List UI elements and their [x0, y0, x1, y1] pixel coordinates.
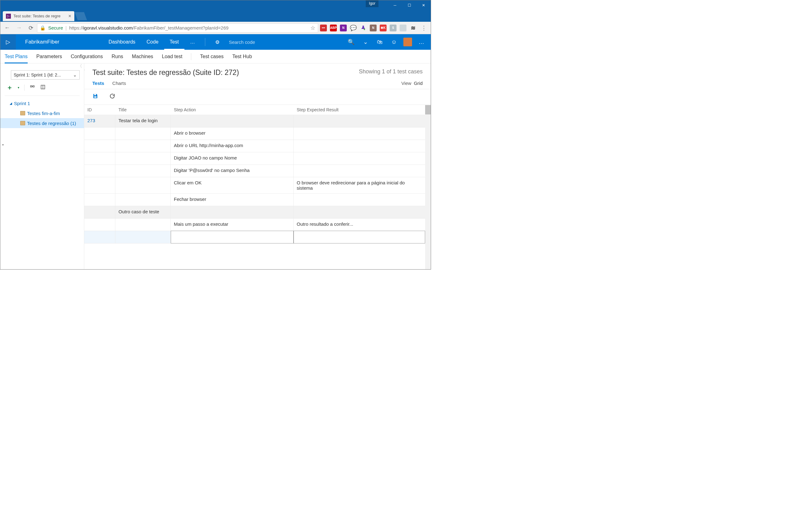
bookmark-star-icon[interactable]: ☆	[310, 25, 315, 31]
project-name[interactable]: FabrikamFiber	[16, 39, 103, 45]
pivot-tests[interactable]: Tests	[92, 80, 104, 86]
forward-button[interactable]: →	[13, 23, 25, 34]
extension-icon[interactable]: N	[340, 25, 347, 31]
cell-title[interactable]: Outro caso de teste	[115, 206, 171, 218]
marketplace-icon[interactable]: 🛍	[375, 37, 385, 47]
close-window-button[interactable]: ✕	[416, 0, 431, 10]
cell-id[interactable]	[84, 218, 115, 231]
cell-action[interactable]: Abrir o URL http://minha-app.com	[171, 140, 294, 152]
sprint-selector[interactable]: Sprint 1: Sprint 1 (Id: 2... ⌄	[11, 70, 79, 79]
minimize-button[interactable]: ─	[388, 0, 402, 10]
grid-row[interactable]	[84, 231, 425, 243]
grid-row[interactable]: Digitar JOAO no campo Nome	[84, 152, 425, 165]
browser-menu-button[interactable]: ⋮	[418, 23, 430, 34]
cell-expected[interactable]	[294, 231, 425, 243]
cell-action[interactable]	[171, 206, 294, 218]
search-box[interactable]	[225, 39, 346, 45]
cell-expected[interactable]	[294, 165, 425, 177]
hub-tab-test-plans[interactable]: Test Plans	[5, 50, 28, 63]
grid-row[interactable]: Clicar em OKO browser deve redirecionar …	[84, 177, 425, 194]
nav-dashboards[interactable]: Dashboards	[103, 34, 141, 50]
cell-id[interactable]	[84, 194, 115, 206]
chevron-down-icon[interactable]: ⌄	[361, 37, 370, 47]
hub-tab-parameters[interactable]: Parameters	[36, 50, 62, 63]
cell-id[interactable]	[84, 128, 115, 140]
cell-id[interactable]	[84, 152, 115, 165]
cell-id[interactable]	[84, 206, 115, 218]
cell-expected[interactable]	[294, 152, 425, 165]
tree-item[interactable]: Testes fim-a-fim	[0, 108, 84, 118]
cell-expected[interactable]	[294, 128, 425, 140]
nav-more[interactable]: …	[184, 34, 201, 50]
cell-action[interactable]: Digitar JOAO no campo Nome	[171, 152, 294, 165]
cell-title[interactable]	[115, 140, 171, 152]
extension-icon[interactable]: N	[370, 25, 377, 31]
grid-row[interactable]: Mais um passo a executarOutro resultado …	[84, 218, 425, 231]
extension-icon[interactable]	[360, 25, 367, 31]
search-icon[interactable]: 🔍	[346, 37, 356, 47]
cell-expected[interactable]: Outro resultado a conferir...	[294, 218, 425, 231]
cell-title[interactable]	[115, 218, 171, 231]
col-header-title[interactable]: Title	[115, 105, 171, 115]
view-value[interactable]: Grid	[414, 80, 422, 86]
extension-icon[interactable]: ✱K	[380, 25, 386, 31]
grid-row[interactable]: 273Testar tela de login	[84, 115, 425, 128]
save-all-icon[interactable]	[92, 93, 99, 101]
cell-title[interactable]	[115, 177, 171, 194]
cell-expected[interactable]	[294, 140, 425, 152]
hub-tab-machines[interactable]: Machines	[132, 50, 153, 63]
extension-icon[interactable]: •••	[320, 25, 327, 31]
cell-action[interactable]: Mais um passo a executar	[171, 218, 294, 231]
col-header-expected[interactable]: Step Expected Result	[294, 105, 425, 115]
hub-tab-test-hub[interactable]: Test Hub	[232, 50, 252, 63]
cell-id[interactable]: 273	[84, 115, 115, 127]
nav-test[interactable]: Test	[164, 34, 184, 50]
col-header-id[interactable]: ID	[84, 105, 115, 115]
grid-row[interactable]: Abrir o URL http://minha-app.com	[84, 140, 425, 152]
maximize-button[interactable]: ☐	[402, 0, 416, 10]
hub-tab-load-test[interactable]: Load test	[162, 50, 182, 63]
pivot-charts[interactable]: Charts	[112, 80, 126, 86]
cell-id[interactable]	[84, 231, 115, 243]
cell-action[interactable]: Digitar 'P@ssw0rd' no campo Senha	[171, 165, 294, 177]
settings-gear-icon[interactable]: ⚙	[210, 34, 225, 50]
cell-title[interactable]	[115, 194, 171, 206]
feedback-smile-icon[interactable]: ☺	[389, 37, 399, 47]
back-button[interactable]: ←	[2, 23, 13, 34]
open-panel-icon[interactable]	[40, 84, 46, 91]
cell-id[interactable]	[84, 140, 115, 152]
cell-expected[interactable]	[294, 194, 425, 206]
vsts-logo-icon[interactable]: ▷	[0, 34, 16, 50]
cell-title[interactable]: Testar tela de login	[115, 115, 171, 127]
tree-collapse-icon[interactable]	[30, 84, 35, 91]
tab-close-icon[interactable]: ×	[68, 13, 71, 19]
col-header-action[interactable]: Step Action	[171, 105, 294, 115]
cell-id[interactable]	[84, 165, 115, 177]
cell-action[interactable]	[171, 231, 294, 243]
new-tab-button[interactable]	[75, 12, 87, 20]
extension-icon[interactable]: 💬	[350, 25, 357, 31]
cell-action[interactable]: Clicar em OK	[171, 177, 294, 194]
collapse-sidebar-icon[interactable]: 〈	[0, 63, 84, 70]
grid-row[interactable]: Digitar 'P@ssw0rd' no campo Senha	[84, 165, 425, 177]
cell-expected[interactable]	[294, 206, 425, 218]
hub-tab-configurations[interactable]: Configurations	[71, 50, 103, 63]
extension-icon[interactable]	[400, 25, 406, 31]
cell-title[interactable]	[115, 165, 171, 177]
extension-icon[interactable]: S	[390, 25, 397, 31]
cell-id[interactable]	[84, 177, 115, 194]
reload-button[interactable]: ⟳	[25, 23, 36, 34]
cell-action[interactable]: Fechar browser	[171, 194, 294, 206]
vertical-scrollbar[interactable]	[425, 104, 431, 269]
overflow-menu-icon[interactable]: …	[416, 37, 427, 47]
cell-expected[interactable]	[294, 115, 425, 127]
cell-title[interactable]	[115, 152, 171, 165]
extension-icon[interactable]: ABP	[330, 25, 337, 31]
cell-action[interactable]	[171, 115, 294, 127]
cell-title[interactable]	[115, 231, 171, 243]
browser-tab[interactable]: ▷ Test suite: Testes de regre ×	[3, 11, 74, 21]
refresh-icon[interactable]	[109, 93, 115, 101]
caret-down-icon[interactable]: ▾	[2, 143, 4, 146]
cell-expected[interactable]: O browser deve redirecionar para a págin…	[294, 177, 425, 194]
address-bar[interactable]: 🔒 Secure | https://igoravl.visualstudio.…	[37, 23, 318, 33]
